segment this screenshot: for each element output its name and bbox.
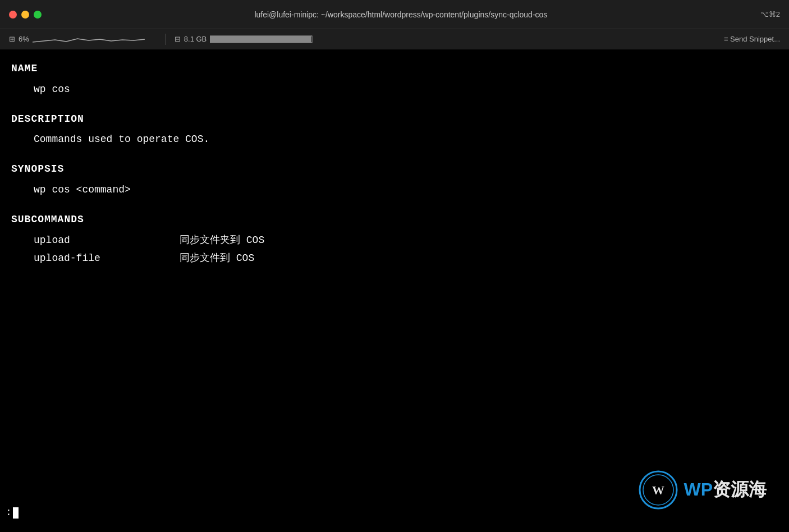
table-row: upload 同步文件夹到 COS — [34, 232, 778, 249]
watermark-text: WP资源海 — [684, 475, 767, 504]
maximize-button[interactable] — [34, 11, 42, 19]
watermark: W WP资源海 — [639, 470, 767, 510]
window-title: lufei@lufei-minipc: ~/workspace/html/wor… — [46, 10, 756, 19]
wp-text: WP — [684, 479, 713, 499]
status-divider-1 — [165, 34, 166, 45]
cpu-status: ⊞ 6% — [9, 34, 156, 44]
description-heading: DESCRIPTION — [11, 111, 778, 127]
subcommands-heading: SUBCOMMANDS — [11, 212, 778, 228]
memory-icon: ⊟ — [175, 35, 181, 43]
memory-graph — [210, 34, 322, 44]
cursor — [13, 507, 19, 519]
memory-status: ⊟ 8.1 GB — [175, 34, 333, 44]
subcommands-table: upload 同步文件夹到 COS upload-file 同步文件到 COS — [11, 232, 778, 267]
description-value: Commands used to operate COS. — [11, 131, 778, 148]
titlebar: lufei@lufei-minipc: ~/workspace/html/wor… — [0, 0, 789, 29]
prompt-line: : — [6, 505, 19, 521]
resource-text: 资源海 — [713, 479, 767, 499]
prompt-colon: : — [6, 505, 12, 521]
cpu-percent: 6% — [19, 35, 29, 43]
synopsis-heading: SYNOPSIS — [11, 161, 778, 177]
subcommand-name-upload-file: upload-file — [34, 250, 180, 267]
statusbar: ⊞ 6% ⊟ 8.1 GB ≡ Send Snippet... — [0, 29, 789, 49]
subcommand-desc-upload-file: 同步文件到 COS — [180, 250, 254, 267]
memory-value: 8.1 GB — [184, 35, 207, 43]
traffic-lights — [9, 11, 42, 19]
table-row: upload-file 同步文件到 COS — [34, 250, 778, 267]
subcommand-name-upload: upload — [34, 232, 180, 249]
cpu-icon: ⊞ — [9, 35, 15, 43]
wordpress-logo: W — [639, 470, 678, 510]
name-value: wp cos — [11, 81, 778, 98]
send-snippet-button[interactable]: ≡ Send Snippet... — [724, 35, 780, 43]
close-button[interactable] — [9, 11, 17, 19]
keyboard-shortcut: ⌥⌘2 — [760, 10, 780, 19]
minimize-button[interactable] — [21, 11, 29, 19]
svg-text:W: W — [652, 483, 664, 497]
cpu-graph — [33, 34, 145, 44]
name-heading: NAME — [11, 61, 778, 77]
svg-rect-1 — [210, 36, 311, 43]
subcommand-desc-upload: 同步文件夹到 COS — [180, 232, 264, 249]
terminal-content: NAME wp cos DESCRIPTION Commands used to… — [0, 49, 789, 532]
synopsis-value: wp cos <command> — [11, 182, 778, 198]
